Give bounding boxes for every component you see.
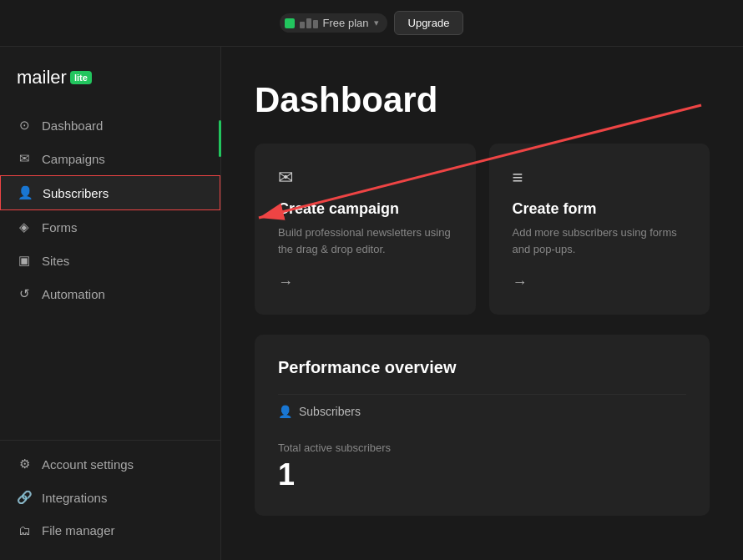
main-layout: mailer lite ⊙ Dashboard ✉ Campaigns 👤 Su… bbox=[0, 47, 743, 560]
create-campaign-card[interactable]: ✉ Create campaign Build professional new… bbox=[255, 144, 476, 315]
sidebar: mailer lite ⊙ Dashboard ✉ Campaigns 👤 Su… bbox=[0, 47, 221, 560]
create-form-icon: ≡ bbox=[513, 167, 687, 189]
integrations-icon: 🔗 bbox=[17, 490, 32, 505]
create-form-arrow[interactable]: → bbox=[513, 274, 687, 291]
performance-title: Performance overview bbox=[278, 358, 686, 377]
create-campaign-icon: ✉ bbox=[278, 167, 452, 189]
forms-icon: ◈ bbox=[17, 219, 32, 235]
plan-status-dot bbox=[285, 18, 295, 28]
top-bar: Free plan ▾ Upgrade bbox=[0, 0, 743, 47]
stat-label: Total active subscribers bbox=[278, 441, 686, 454]
logo-badge: lite bbox=[70, 71, 92, 84]
sidebar-item-forms[interactable]: ◈ Forms bbox=[0, 210, 220, 244]
bar3 bbox=[313, 20, 318, 28]
plan-selector[interactable]: Free plan ▾ bbox=[280, 13, 387, 33]
plan-bars bbox=[300, 18, 318, 28]
sidebar-item-campaigns[interactable]: ✉ Campaigns bbox=[0, 142, 220, 175]
sidebar-item-automation[interactable]: ↺ Automation bbox=[0, 277, 220, 310]
automation-icon: ↺ bbox=[17, 286, 32, 301]
page-title: Dashboard bbox=[255, 80, 710, 120]
sidebar-item-label: File manager bbox=[42, 523, 204, 537]
logo: mailer lite bbox=[0, 60, 220, 108]
subscribers-perf-icon: 👤 bbox=[278, 405, 292, 418]
subscribers-perf-label: Subscribers bbox=[299, 405, 361, 418]
account-settings-icon: ⚙ bbox=[17, 457, 32, 472]
cards-row: ✉ Create campaign Build professional new… bbox=[255, 144, 710, 315]
sidebar-item-integrations[interactable]: 🔗 Integrations bbox=[0, 481, 220, 514]
performance-section: Performance overview 👤 Subscribers Total… bbox=[255, 335, 710, 516]
sidebar-item-label: Subscribers bbox=[43, 186, 203, 200]
campaigns-icon: ✉ bbox=[17, 151, 32, 166]
dashboard-icon: ⊙ bbox=[17, 118, 32, 133]
sidebar-item-label: Account settings bbox=[42, 457, 204, 472]
perf-stats: Total active subscribers 1 bbox=[278, 428, 686, 492]
sidebar-item-label: Sites bbox=[42, 254, 204, 268]
sidebar-item-file-manager[interactable]: 🗂 File manager bbox=[0, 514, 220, 547]
create-form-card[interactable]: ≡ Create form Add more subscribers using… bbox=[489, 144, 710, 315]
subscribers-icon: 👤 bbox=[18, 185, 33, 200]
sidebar-item-label: Integrations bbox=[42, 491, 204, 505]
create-form-title: Create form bbox=[513, 200, 687, 218]
plan-chevron-icon: ▾ bbox=[374, 18, 379, 28]
sidebar-item-label: Campaigns bbox=[42, 152, 204, 166]
content-area: Dashboard ✉ Create campaign Build profes… bbox=[221, 47, 743, 560]
sidebar-item-label: Dashboard bbox=[42, 119, 204, 133]
sidebar-item-dashboard[interactable]: ⊙ Dashboard bbox=[0, 108, 220, 142]
sidebar-bottom: ⚙ Account settings 🔗 Integrations 🗂 File… bbox=[0, 440, 220, 547]
sidebar-item-label: Forms bbox=[42, 220, 204, 235]
create-form-desc: Add more subscribers using forms and pop… bbox=[513, 225, 687, 257]
sidebar-item-sites[interactable]: ▣ Sites bbox=[0, 244, 220, 277]
create-campaign-arrow[interactable]: → bbox=[278, 274, 452, 291]
logo-text: mailer bbox=[17, 67, 67, 88]
create-campaign-title: Create campaign bbox=[278, 200, 452, 218]
sidebar-item-account-settings[interactable]: ⚙ Account settings bbox=[0, 447, 220, 481]
sidebar-item-label: Automation bbox=[42, 287, 204, 301]
plan-label: Free plan bbox=[323, 17, 369, 29]
subscribers-perf-row[interactable]: 👤 Subscribers bbox=[278, 394, 686, 428]
create-campaign-desc: Build professional newsletters using the… bbox=[278, 225, 452, 257]
sites-icon: ▣ bbox=[17, 253, 32, 268]
bar1 bbox=[300, 22, 305, 28]
file-manager-icon: 🗂 bbox=[17, 523, 32, 537]
sidebar-item-subscribers[interactable]: 👤 Subscribers bbox=[0, 175, 220, 210]
stat-value: 1 bbox=[278, 457, 686, 492]
upgrade-button[interactable]: Upgrade bbox=[394, 11, 464, 35]
bar2 bbox=[306, 18, 311, 28]
